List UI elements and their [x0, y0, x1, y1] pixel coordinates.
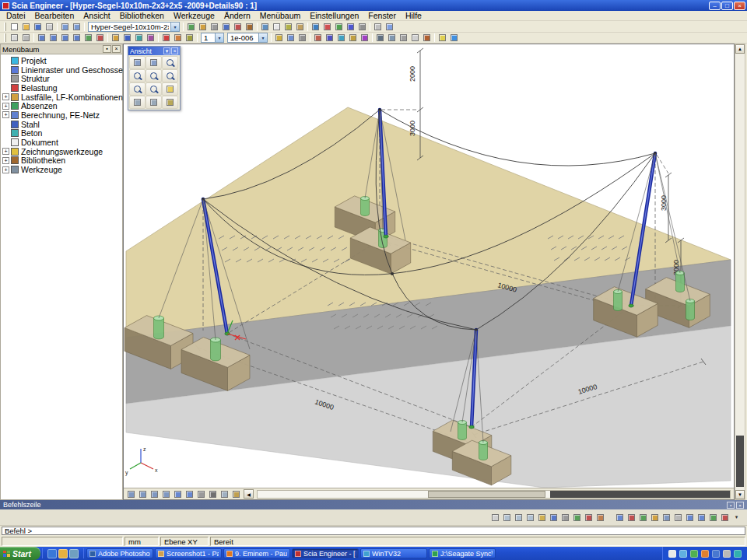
render-mode-icon[interactable] — [162, 96, 178, 109]
expand-icon[interactable]: + — [2, 166, 9, 173]
dot-grid-icon[interactable] — [614, 513, 626, 523]
snap-endpoint-icon[interactable] — [501, 513, 513, 523]
open-project-icon[interactable] — [20, 22, 32, 32]
ansicht-floating-toolbar[interactable]: Ansicht ▾ × — [128, 46, 181, 110]
info-icon[interactable] — [448, 33, 460, 43]
layers-icon[interactable] — [185, 22, 197, 32]
menu-ndern[interactable]: Ändern — [219, 11, 255, 20]
command-input[interactable]: Befehl > — [2, 527, 745, 535]
viewport-3d[interactable]: 2000 3000 3000 3000 10000 10000 10000 — [123, 44, 735, 500]
input-point-icon[interactable] — [489, 513, 501, 523]
expand-icon[interactable]: + — [2, 103, 9, 110]
save-icon[interactable] — [32, 22, 44, 32]
zoom-cursor-icon[interactable] — [162, 56, 178, 69]
sidebar-item-berechnung[interactable]: +Berechnung, FE-Netz — [2, 110, 122, 120]
expand-icon[interactable]: + — [2, 93, 9, 100]
snap-intersection-icon[interactable] — [524, 513, 536, 523]
accept-icon[interactable] — [707, 513, 719, 523]
tray-network-icon[interactable] — [679, 550, 687, 558]
rotate-view-icon[interactable] — [129, 56, 146, 69]
shaded-icon[interactable] — [386, 33, 398, 43]
pin-icon[interactable]: ▪ — [103, 45, 111, 53]
chevron-down-icon[interactable]: ▾ — [163, 47, 170, 54]
sidebar-item-bibliotheken[interactable]: +Bibliotheken — [2, 156, 122, 166]
zoom-window-icon[interactable] — [184, 489, 195, 499]
vertical-scrollbar-track[interactable] — [735, 54, 745, 490]
scroll-down-icon[interactable]: ▼ — [735, 490, 745, 499]
task-button-sync[interactable]: J:\Seagate Sync\SyncRe... — [429, 548, 496, 558]
command-panel-titlebar[interactable]: Befehlszeile ▪ × — [0, 500, 747, 509]
close-icon[interactable]: × — [112, 45, 121, 53]
menu-werkzeuge[interactable]: Werkzeuge — [169, 11, 219, 20]
cancel-icon[interactable] — [719, 513, 731, 523]
bitmap-icon[interactable] — [294, 22, 306, 32]
quick-launch-browser-icon[interactable] — [47, 549, 57, 558]
menu-fenster[interactable]: Fenster — [363, 11, 401, 20]
ansicht-toolbar-titlebar[interactable]: Ansicht ▾ × — [128, 47, 180, 55]
redo-icon[interactable] — [71, 22, 82, 32]
menu-hilfe[interactable]: Hilfe — [401, 11, 426, 20]
vertical-scrollbar[interactable]: ▲ ▼ — [735, 44, 745, 500]
quick-launch-mail-icon[interactable] — [58, 549, 68, 558]
print-icon[interactable] — [44, 22, 55, 32]
horizontal-scrollbar-dark-segment[interactable] — [550, 491, 730, 498]
close-icon[interactable]: × — [736, 502, 744, 509]
close-icon[interactable]: × — [171, 47, 178, 54]
expand-icon[interactable]: + — [2, 111, 9, 118]
zoom-all-icon[interactable] — [129, 82, 146, 96]
clip-box-icon[interactable] — [230, 489, 242, 499]
task-button-photoshop[interactable]: Adobe Photoshop CS3 E... — [86, 548, 153, 558]
vertical-scrollbar-thumb[interactable] — [736, 436, 744, 487]
zoom-all-icon[interactable] — [310, 22, 321, 32]
chevron-down-icon[interactable]: ▾ — [215, 33, 223, 42]
wireframe-icon[interactable] — [374, 33, 386, 43]
expand-icon[interactable]: + — [2, 157, 9, 164]
add-node-icon[interactable] — [110, 33, 121, 43]
task-button-scia[interactable]: Scia Engineer - [Hype... — [292, 548, 359, 558]
activity-filter-icon[interactable] — [384, 22, 395, 32]
maximize-button[interactable]: □ — [721, 2, 733, 10]
precision-field[interactable]: 1e-006 ▾ — [227, 33, 268, 43]
sidebar-item-linienraster[interactable]: Linienraster und Geschosse — [2, 65, 122, 75]
view-front-icon[interactable] — [149, 489, 160, 499]
tray-messenger-icon[interactable] — [701, 550, 709, 558]
fe-mesh-icon[interactable] — [220, 22, 232, 32]
calculator-icon[interactable] — [209, 22, 220, 32]
clipping-box-icon[interactable] — [372, 22, 384, 32]
delete-icon[interactable] — [94, 33, 106, 43]
sidebar-item-zeichnungswerkzeuge[interactable]: +Zeichnungswerkzeuge — [2, 147, 122, 156]
expand-icon[interactable]: + — [2, 148, 9, 155]
task-button-wintv[interactable]: WinTV32 — [360, 548, 427, 558]
snap-midpoint-icon[interactable] — [513, 513, 524, 523]
numbering-icon[interactable] — [421, 33, 433, 43]
view-axo-icon[interactable] — [125, 489, 137, 499]
minimize-button[interactable]: – — [709, 2, 721, 10]
sidebar-item-struktur[interactable]: Struktur — [2, 74, 122, 83]
copy-icon[interactable] — [82, 33, 94, 43]
zoom-window-icon[interactable] — [162, 69, 178, 82]
horizontal-scrollbar[interactable] — [257, 490, 731, 499]
zoom-out-icon[interactable] — [146, 69, 162, 82]
zoom-in-icon[interactable] — [129, 69, 146, 82]
select-rect-icon[interactable] — [20, 33, 32, 43]
ucs-icon[interactable] — [312, 33, 324, 43]
tray-update-icon[interactable] — [712, 550, 720, 558]
add-beam-icon[interactable] — [121, 33, 133, 43]
task-button-paint[interactable]: Screenshot1 - Paint — [155, 548, 222, 558]
rotate-icon[interactable] — [47, 33, 59, 43]
view-side-icon[interactable] — [160, 489, 172, 499]
plane-yz-icon[interactable] — [359, 33, 370, 43]
mirror-icon[interactable] — [71, 33, 82, 43]
scale-icon[interactable] — [59, 33, 71, 43]
view-settings-icon[interactable] — [129, 96, 146, 109]
table-icon[interactable] — [259, 22, 271, 32]
move-icon[interactable] — [36, 33, 47, 43]
results-icon[interactable] — [232, 22, 244, 32]
menu-bearbeiten[interactable]: Bearbeiten — [30, 11, 79, 20]
hidden-lines-icon[interactable] — [398, 33, 409, 43]
quick-launch-desktop-icon[interactable] — [69, 549, 79, 558]
menu-bibliotheken[interactable]: Bibliotheken — [115, 11, 169, 20]
document-icon[interactable] — [271, 22, 282, 32]
ortho-icon[interactable] — [296, 33, 308, 43]
scale-field[interactable]: 1 ▾ — [201, 33, 224, 43]
